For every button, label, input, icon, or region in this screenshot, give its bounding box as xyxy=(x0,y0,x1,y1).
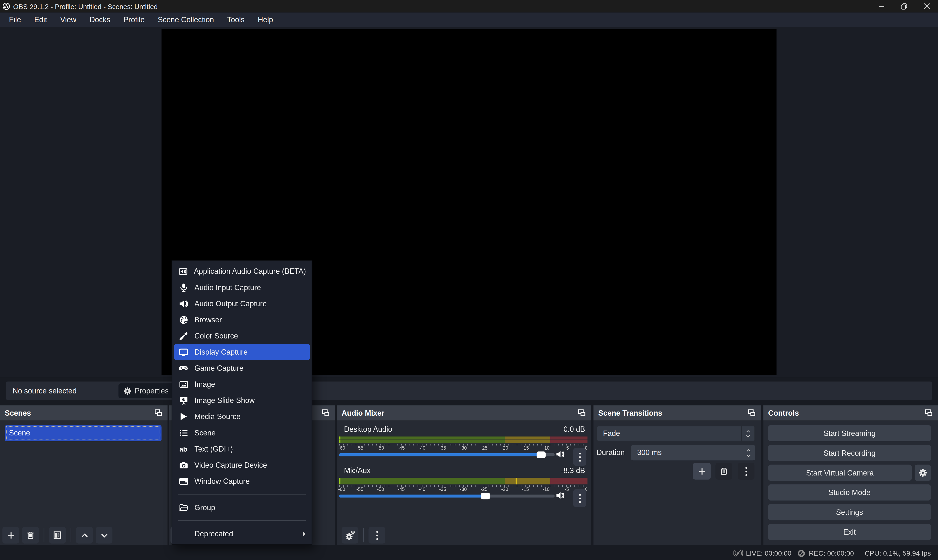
start-streaming-button[interactable]: Start Streaming xyxy=(768,425,931,441)
scenes-panel-title: Scenes xyxy=(5,409,31,417)
window-title: OBS 29.1.2 - Profile: Untitled - Scenes:… xyxy=(13,3,158,10)
submenu-arrow-icon xyxy=(303,531,306,536)
menu-edit[interactable]: Edit xyxy=(28,12,54,27)
text-icon: ab xyxy=(179,445,189,452)
channel-name: Mic/Aux xyxy=(344,466,371,475)
slider-handle[interactable] xyxy=(481,493,490,499)
chevron-up-icon xyxy=(80,531,89,540)
cpu-fps-status: CPU: 0.1%, 59.94 fps xyxy=(865,549,931,557)
transition-options-button[interactable] xyxy=(738,463,755,480)
popout-icon[interactable] xyxy=(154,408,163,417)
chevron-down-icon xyxy=(100,531,109,540)
move-scene-up-button[interactable] xyxy=(76,527,93,544)
menu-item-text-gdi[interactable]: ab Text (GDI+) xyxy=(172,441,312,457)
menu-item-audio-output-capture[interactable]: Audio Output Capture xyxy=(172,295,312,312)
move-scene-down-button[interactable] xyxy=(96,527,112,544)
properties-button[interactable]: Properties xyxy=(119,383,175,398)
menu-item-audio-input-capture[interactable]: Audio Input Capture xyxy=(172,279,312,295)
add-transition-button[interactable] xyxy=(693,463,710,480)
duration-label: Duration xyxy=(596,445,625,461)
monitor-icon xyxy=(179,347,189,357)
duration-spinbox[interactable]: 300 ms xyxy=(631,445,755,461)
menu-item-label: Audio Output Capture xyxy=(194,299,267,308)
brush-icon xyxy=(179,331,189,340)
virtual-camera-config-button[interactable] xyxy=(915,465,931,481)
menu-item-application-audio-capture[interactable]: Application Audio Capture (BETA) xyxy=(172,263,312,279)
channel-name: Desktop Audio xyxy=(344,425,392,434)
menu-item-label: Group xyxy=(194,503,215,511)
menu-item-image[interactable]: Image xyxy=(172,376,312,392)
advanced-audio-properties-button[interactable] xyxy=(342,527,359,544)
menu-scene-collection[interactable]: Scene Collection xyxy=(151,12,221,27)
menu-item-display-capture[interactable]: Display Capture xyxy=(174,344,310,360)
menu-item-scene[interactable]: Scene xyxy=(172,425,312,441)
studio-mode-button[interactable]: Studio Mode xyxy=(768,484,931,500)
menu-bar: File Edit View Docks Profile Scene Colle… xyxy=(0,12,938,27)
channel-options-button[interactable] xyxy=(573,489,587,507)
settings-button[interactable]: Settings xyxy=(768,504,931,520)
scene-item-label: Scene xyxy=(9,425,30,441)
scene-filters-button[interactable] xyxy=(49,527,66,544)
volume-slider[interactable] xyxy=(339,453,554,456)
menu-item-video-capture-device[interactable]: Video Capture Device xyxy=(172,457,312,473)
popout-icon[interactable] xyxy=(321,408,330,417)
speaker-mute-icon[interactable] xyxy=(556,449,565,458)
minimize-button[interactable] xyxy=(870,0,893,12)
menu-item-browser[interactable]: Browser xyxy=(172,312,312,328)
status-bar: LIVE: 00:00:00 REC: 00:00:00 CPU: 0.1%, … xyxy=(0,546,938,560)
menu-item-label: Color Source xyxy=(194,332,238,340)
menu-item-label: Video Capture Device xyxy=(194,461,267,469)
menu-profile[interactable]: Profile xyxy=(117,12,151,27)
audio-mixer-header: Audio Mixer xyxy=(337,405,591,420)
start-recording-button[interactable]: Start Recording xyxy=(768,445,931,461)
volume-slider[interactable] xyxy=(339,495,554,497)
transition-select[interactable]: Fade xyxy=(596,426,755,441)
small-gear-icon xyxy=(350,530,355,535)
kebab-icon xyxy=(376,531,378,540)
menu-docks[interactable]: Docks xyxy=(83,12,117,27)
menu-view[interactable]: View xyxy=(54,12,83,27)
meter-tick-labels: -60 -55 -50 -45 -40 -35 -30 -25 -20 -15 … xyxy=(339,487,587,492)
remove-scene-button[interactable] xyxy=(22,527,39,544)
remove-transition-button[interactable] xyxy=(715,463,732,480)
menu-tools[interactable]: Tools xyxy=(220,12,251,27)
camera-icon xyxy=(179,460,189,470)
audio-mixer-title: Audio Mixer xyxy=(342,409,384,417)
menu-item-media-source[interactable]: Media Source xyxy=(172,408,312,425)
menu-item-deprecated[interactable]: Deprecated xyxy=(172,526,312,542)
menu-item-image-slide-show[interactable]: Image Slide Show xyxy=(172,392,312,408)
mixer-options-button[interactable] xyxy=(368,527,385,544)
globe-icon xyxy=(179,315,189,324)
toolbar-separator xyxy=(44,528,44,542)
mixer-toolbar xyxy=(342,527,385,544)
play-icon xyxy=(179,412,189,421)
popout-icon[interactable] xyxy=(924,408,933,417)
menu-item-label: Text (GDI+) xyxy=(194,445,233,453)
menu-item-label: Display Capture xyxy=(194,348,248,356)
speaker-mute-icon[interactable] xyxy=(556,491,565,500)
menu-file[interactable]: File xyxy=(2,12,28,27)
start-virtual-camera-button[interactable]: Start Virtual Camera xyxy=(768,465,912,481)
add-scene-button[interactable] xyxy=(2,527,19,544)
scenes-panel-header: Scenes xyxy=(0,405,168,420)
menu-item-window-capture[interactable]: Window Capture xyxy=(172,473,312,489)
popout-icon[interactable] xyxy=(578,408,587,417)
restore-button[interactable] xyxy=(893,0,915,12)
menu-item-label: Deprecated xyxy=(194,529,233,538)
slider-handle[interactable] xyxy=(537,452,546,458)
menu-item-color-source[interactable]: Color Source xyxy=(172,328,312,344)
menu-item-label: Scene xyxy=(194,428,216,437)
exit-button[interactable]: Exit xyxy=(768,524,931,540)
controls-panel: Controls Start Streaming Start Recording… xyxy=(763,405,938,545)
menu-item-game-capture[interactable]: Game Capture xyxy=(172,360,312,376)
close-button[interactable] xyxy=(915,0,938,12)
controls-header: Controls xyxy=(763,405,938,420)
popout-icon[interactable] xyxy=(747,408,756,417)
scene-list-item[interactable]: Scene xyxy=(5,425,162,441)
select-arrows[interactable] xyxy=(741,426,755,441)
live-time: LIVE: 00:00:00 xyxy=(746,549,792,557)
spinbox-arrows[interactable] xyxy=(746,448,751,457)
menu-help[interactable]: Help xyxy=(251,12,280,27)
menu-item-label: Image Slide Show xyxy=(194,396,255,405)
menu-item-group[interactable]: Group xyxy=(172,499,312,515)
